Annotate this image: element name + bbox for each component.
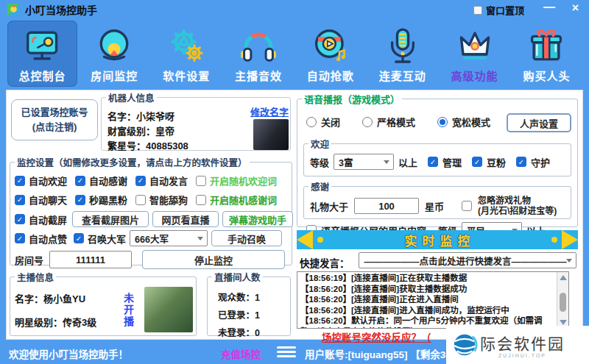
tag-fan-checkbox[interactable]: [472, 157, 482, 167]
account-logout-button[interactable]: 已设置场控账号 (点击注销): [11, 99, 98, 140]
auto-like-checkbox[interactable]: [15, 233, 25, 243]
auto-screenshot-checkbox[interactable]: [15, 214, 25, 224]
room-stats-group: 直播间人数 观众数：1 已登录：1 未登录：0: [207, 270, 291, 336]
tab-label: 自动抢歌: [307, 68, 354, 83]
tab-label: 总控制台: [18, 68, 66, 83]
mode-strict-radio[interactable]: [362, 117, 373, 127]
scroll-down-icon[interactable]: [560, 320, 567, 325]
live-status-badge: 未开播: [121, 293, 135, 328]
log-output[interactable]: 【18:56:19】[连接直播间]正在获取主播数据 【18:56:20】[连接直…: [297, 271, 569, 329]
auto-chat-checkbox[interactable]: [15, 195, 25, 205]
web-live-button[interactable]: 网页看直播: [152, 211, 219, 227]
tab-settings[interactable]: 软件设置: [152, 21, 222, 87]
tab-premium[interactable]: 高级功能: [440, 21, 509, 87]
auto-welcome-checkbox[interactable]: [15, 176, 25, 186]
log-line: 【18:56:20】[连接直播间]进入直播间成功，监控运行中: [300, 305, 554, 316]
ignore-line2: (月光石\招财进宝等): [478, 206, 557, 216]
menu-icon[interactable]: [277, 346, 296, 360]
topmost-label: 窗口置顶: [486, 3, 524, 17]
mode-off-radio[interactable]: [306, 117, 317, 127]
ignore-game-gifts-checkbox[interactable]: [462, 201, 472, 211]
smart-flatter-label: 智能舔狗: [149, 193, 188, 207]
watermark: 际会软件园 ZUJIHUI.TOP: [446, 326, 589, 364]
room-number-input[interactable]: [49, 251, 132, 268]
log-line: 【18:56:20】[连接直播间]获取主播数据成功: [300, 284, 554, 295]
monitor-row-4: 自动点赞 召唤大军 666大军 手动召唤: [15, 230, 282, 246]
minimize-button[interactable]: —: [543, 0, 555, 15]
log-line: 【18:56:19】[连接直播间]正在获取主播数据: [300, 273, 554, 284]
tab-label: 连麦互动: [379, 68, 426, 83]
thanks-subgroup: 感谢 礼物大于 星币 忽略游戏礼物 (月光石\招财进宝等): [303, 179, 571, 219]
banner-dot-left: [317, 237, 323, 243]
recharge-link[interactable]: 充值场控: [221, 346, 261, 361]
tab-room-monitor[interactable]: 房间监控: [80, 21, 149, 87]
tab-buy-viewers[interactable]: 购买人头: [512, 21, 582, 87]
tab-mic-interact[interactable]: 连麦互动: [367, 21, 437, 87]
scroll-up-icon[interactable]: [560, 275, 567, 280]
summon-army-checkbox[interactable]: [74, 233, 84, 243]
auto-like-label: 自动点赞: [29, 232, 67, 246]
welcome-level-label: 等级: [310, 155, 329, 169]
topmost-checkbox[interactable]: [473, 6, 482, 15]
edit-name-link[interactable]: 修改名字: [250, 104, 289, 118]
tab-sound-effects[interactable]: 主播音效: [224, 21, 294, 87]
danmu-game-button[interactable]: 弹幕游戏助手: [222, 211, 293, 227]
random-thanks-checkbox[interactable]: [196, 195, 206, 205]
quick-speak-select[interactable]: ——————点击此处进行快捷发言——————: [359, 252, 576, 268]
welcome-row: 等级 3富 以上 管理 豆粉 守护: [310, 154, 550, 170]
voice-settings-button[interactable]: 人声设置: [507, 113, 571, 132]
welcome-level-select[interactable]: 3富: [334, 154, 394, 170]
manual-summon-button[interactable]: 手动召唤: [211, 230, 282, 246]
music-disc-icon: [311, 26, 350, 65]
log-scrollbar[interactable]: [557, 272, 568, 328]
voice-broadcast-legend: 语音播报（游戏模式）: [302, 92, 402, 106]
console-icon: [23, 26, 63, 65]
scroll-thumb[interactable]: [560, 293, 566, 312]
title-bar: 小叮当场控助手 窗口置顶 — ×: [0, 0, 589, 19]
tab-label: 高级功能: [451, 68, 498, 83]
chevron-down-icon: [384, 160, 389, 164]
auto-thanks-checkbox[interactable]: [75, 176, 85, 186]
monitor-settings-legend: 监控设置（如需修改更多设置，请点击上方的软件设置）: [15, 155, 250, 169]
tag-guard-label: 守护: [531, 155, 550, 169]
banner-dot-right: [551, 237, 557, 243]
banner-arrow-left-icon: [297, 230, 313, 249]
smart-flatter-checkbox[interactable]: [135, 195, 146, 205]
chevron-down-icon: [566, 259, 572, 263]
close-button[interactable]: ×: [572, 1, 579, 15]
thanks-row: 礼物大于 星币 忽略游戏礼物 (月光石\招财进宝等): [310, 196, 557, 217]
monitor-row-5: 房间号 停止监控: [15, 250, 285, 269]
main-panel: 已设置场控账号 (点击注销) 机器人信息 名字：小柒爷呀 财富级别：皇帝 繁星号…: [6, 90, 583, 340]
app-window: 小叮当场控助手 窗口置顶 — × 总控制台 房: [0, 0, 589, 364]
kick-haters-checkbox[interactable]: [75, 195, 85, 205]
topmost-toggle[interactable]: 窗口置顶: [473, 3, 524, 17]
log-line: 【18:56:20】[连接直播间]正在进入直播间: [300, 294, 554, 305]
summon-army-label: 召唤大军: [88, 232, 126, 246]
window-title: 小叮当场控助手: [25, 2, 97, 17]
random-welcome-checkbox[interactable]: [196, 176, 206, 186]
account-button-line1: 已设置场控账号: [21, 105, 88, 120]
auto-speak-label: 自动发言: [149, 174, 188, 188]
stop-monitor-button[interactable]: 停止监控: [142, 250, 285, 269]
quick-speak-value: ——————点击此处进行快捷发言——————: [364, 254, 567, 268]
robot-star-id: 繁星号：40885308: [107, 138, 188, 152]
microphone-icon: [383, 26, 423, 65]
tab-console[interactable]: 总控制台: [7, 21, 77, 87]
voice-mode-radios: 关闭 严格模式 宽松模式: [306, 115, 490, 129]
ignore-game-gifts-label: 忽略游戏礼物 (月光石\招财进宝等): [478, 196, 557, 217]
random-welcome-label: 开启随机欢迎词: [210, 174, 277, 188]
army-select[interactable]: 666大军: [130, 230, 208, 246]
auto-speak-checkbox[interactable]: [135, 176, 146, 186]
room-stats-legend: 直播间人数: [212, 270, 263, 284]
mode-loose-radio[interactable]: [437, 117, 448, 127]
view-screenshots-button[interactable]: 查看截屏图片: [72, 211, 149, 227]
monitor-row-1: 自动欢迎 自动感谢 自动发言 开启随机欢迎词: [15, 174, 277, 188]
chevron-down-icon: [197, 237, 203, 240]
tag-admin-checkbox[interactable]: [428, 157, 438, 167]
tab-auto-song[interactable]: 自动抢歌: [295, 21, 365, 87]
realtime-monitor-banner: 实时监控: [297, 230, 578, 249]
anchor-info-legend: 主播信息: [15, 270, 56, 284]
gift-threshold-input[interactable]: [354, 198, 419, 214]
watermark-name: 际会软件园: [480, 332, 565, 354]
tag-guard-checkbox[interactable]: [516, 157, 526, 167]
